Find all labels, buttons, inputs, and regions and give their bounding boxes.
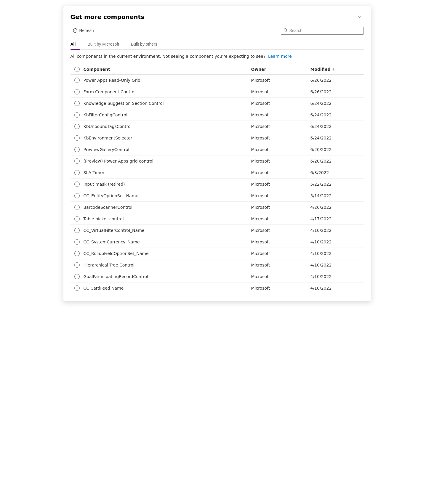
- row-owner: Microsoft: [251, 170, 310, 175]
- row-owner: Microsoft: [251, 159, 310, 163]
- row-select-circle: [74, 216, 80, 221]
- row-checkbox[interactable]: [71, 228, 84, 233]
- table-row[interactable]: CC_RollupFieldOptionSet_Name Microsoft 4…: [71, 248, 364, 259]
- row-modified: 5/14/2022: [310, 193, 364, 198]
- row-checkbox[interactable]: [71, 147, 84, 152]
- row-checkbox[interactable]: [71, 205, 84, 210]
- row-owner: Microsoft: [251, 182, 310, 187]
- table-row[interactable]: Power Apps Read-Only Grid Microsoft 6/26…: [71, 75, 364, 86]
- tab-built-by-microsoft[interactable]: Built by Microsoft: [87, 39, 124, 49]
- table-row[interactable]: Hierarchical Tree Control Microsoft 4/10…: [71, 259, 364, 271]
- row-checkbox[interactable]: [71, 124, 84, 129]
- dialog-title: Get more components: [71, 13, 144, 20]
- select-all-circle: [74, 67, 80, 72]
- row-select-circle: [74, 78, 80, 83]
- tab-built-by-others[interactable]: Built by others: [131, 39, 162, 49]
- row-owner: Microsoft: [251, 136, 310, 140]
- table-row[interactable]: Knowledge Suggestion Section Control Mic…: [71, 98, 364, 109]
- row-select-circle: [74, 182, 80, 187]
- row-component: PreviewGalleryControl: [84, 147, 251, 152]
- close-button[interactable]: ×: [355, 13, 364, 22]
- row-modified: 6/3/2022: [310, 170, 364, 175]
- row-owner: Microsoft: [251, 147, 310, 152]
- row-checkbox[interactable]: [71, 158, 84, 164]
- row-checkbox[interactable]: [71, 135, 84, 141]
- tabs-container: All Built by Microsoft Built by others: [71, 39, 364, 50]
- row-checkbox[interactable]: [71, 89, 84, 94]
- row-checkbox[interactable]: [71, 239, 84, 245]
- tab-all[interactable]: All: [71, 39, 81, 49]
- table-row[interactable]: Table picker control Microsoft 4/17/2022: [71, 213, 364, 225]
- row-select-circle: [74, 135, 80, 141]
- row-modified: 4/17/2022: [310, 216, 364, 221]
- table-row[interactable]: CC_EntityOptionSet_Name Microsoft 5/14/2…: [71, 190, 364, 202]
- table-body: Power Apps Read-Only Grid Microsoft 6/26…: [71, 75, 364, 294]
- row-checkbox[interactable]: [71, 262, 84, 268]
- row-checkbox[interactable]: [71, 285, 84, 291]
- table-row[interactable]: CC CardFeed Name Microsoft 4/10/2022: [71, 283, 364, 294]
- row-owner: Microsoft: [251, 89, 310, 94]
- row-owner: Microsoft: [251, 124, 310, 129]
- row-component: CC_EntityOptionSet_Name: [84, 193, 251, 198]
- row-checkbox[interactable]: [71, 78, 84, 83]
- row-component: Power Apps Read-Only Grid: [84, 78, 251, 83]
- row-select-circle: [74, 147, 80, 152]
- table-row[interactable]: KbEnvironmentSelector Microsoft 6/24/202…: [71, 132, 364, 144]
- table-row[interactable]: CC_SystemCurrency_Name Microsoft 4/10/20…: [71, 236, 364, 248]
- row-select-circle: [74, 193, 80, 198]
- row-component: Hierarchical Tree Control: [84, 263, 251, 267]
- row-select-circle: [74, 285, 80, 291]
- table-row[interactable]: BarcodeScannerControl Microsoft 4/26/202…: [71, 202, 364, 213]
- row-owner: Microsoft: [251, 251, 310, 256]
- search-container: [281, 27, 364, 35]
- refresh-button[interactable]: Refresh: [71, 26, 96, 35]
- row-component: Form Component Control: [84, 89, 251, 94]
- row-checkbox[interactable]: [71, 216, 84, 221]
- row-select-circle: [74, 205, 80, 210]
- refresh-label: Refresh: [79, 28, 94, 33]
- row-modified: 6/26/2022: [310, 89, 364, 94]
- header-checkbox[interactable]: [71, 67, 84, 72]
- table-row[interactable]: (Preview) Power Apps grid control Micros…: [71, 155, 364, 167]
- row-modified: 6/24/2022: [310, 136, 364, 140]
- table-row[interactable]: CC_VirtualFilterControl_Name Microsoft 4…: [71, 225, 364, 236]
- components-table: Component Owner Modified ↓ Power Apps Re…: [71, 64, 364, 294]
- row-modified: 4/10/2022: [310, 251, 364, 256]
- row-component: Knowledge Suggestion Section Control: [84, 101, 251, 106]
- table-row[interactable]: PreviewGalleryControl Microsoft 6/20/202…: [71, 144, 364, 155]
- table-row[interactable]: Form Component Control Microsoft 6/26/20…: [71, 86, 364, 98]
- row-select-circle: [74, 112, 80, 118]
- table-row[interactable]: SLA Timer Microsoft 6/3/2022: [71, 167, 364, 179]
- table-row[interactable]: GoalParticipatingRecordControl Microsoft…: [71, 271, 364, 283]
- row-checkbox[interactable]: [71, 274, 84, 279]
- row-select-circle: [74, 124, 80, 129]
- row-component: Input mask (retired): [84, 182, 251, 187]
- row-checkbox[interactable]: [71, 112, 84, 118]
- table-row[interactable]: KbUnboundTagsControl Microsoft 6/24/2022: [71, 121, 364, 132]
- table-row[interactable]: Input mask (retired) Microsoft 5/22/2022: [71, 179, 364, 190]
- table-row[interactable]: KbFilterConfigControl Microsoft 6/24/202…: [71, 109, 364, 121]
- row-select-circle: [74, 239, 80, 245]
- search-input[interactable]: [289, 28, 361, 33]
- row-checkbox[interactable]: [71, 170, 84, 175]
- column-header-modified[interactable]: Modified ↓: [310, 67, 364, 72]
- row-checkbox[interactable]: [71, 193, 84, 198]
- row-modified: 6/24/2022: [310, 113, 364, 117]
- row-component: KbFilterConfigControl: [84, 113, 251, 117]
- row-select-circle: [74, 101, 80, 106]
- column-header-owner: Owner: [251, 67, 310, 72]
- row-checkbox[interactable]: [71, 101, 84, 106]
- row-select-circle: [74, 251, 80, 256]
- row-modified: 4/26/2022: [310, 205, 364, 210]
- column-header-component: Component: [84, 67, 251, 72]
- row-component: SLA Timer: [84, 170, 251, 175]
- row-modified: 4/10/2022: [310, 286, 364, 290]
- row-component: CC_SystemCurrency_Name: [84, 240, 251, 244]
- row-component: BarcodeScannerControl: [84, 205, 251, 210]
- row-component: KbUnboundTagsControl: [84, 124, 251, 129]
- learn-more-link[interactable]: Learn more: [268, 54, 292, 59]
- row-checkbox[interactable]: [71, 251, 84, 256]
- row-checkbox[interactable]: [71, 182, 84, 187]
- sort-desc-icon: ↓: [332, 67, 335, 71]
- row-owner: Microsoft: [251, 286, 310, 290]
